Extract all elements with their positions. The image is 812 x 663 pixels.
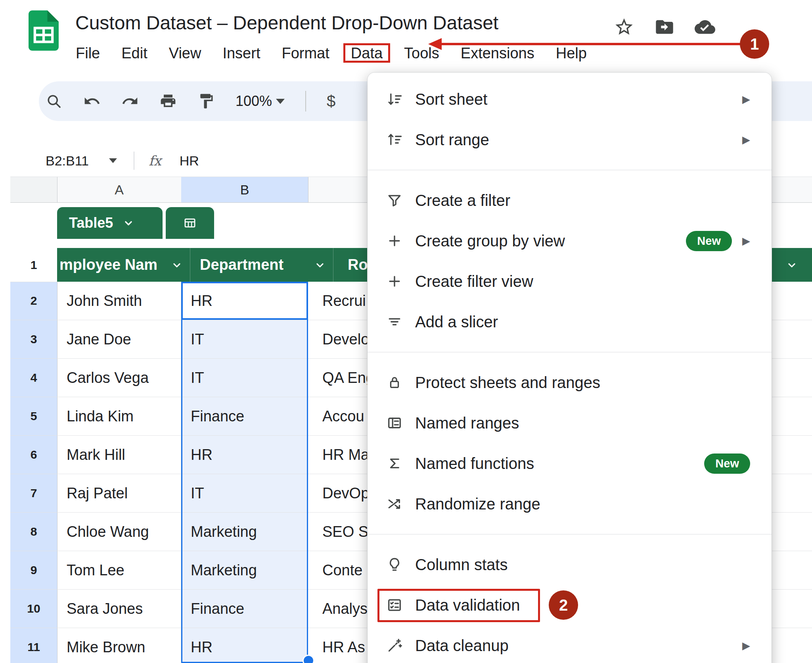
menu-item-label: Data cleanup [415,637,509,655]
menu-data-label: Data [351,45,383,61]
formula-input[interactable]: HR [180,153,199,169]
currency-format-button[interactable]: $ [327,92,335,110]
row-header[interactable]: 6 [10,436,57,474]
cell-department[interactable]: Marketing [181,513,308,551]
menu-item-named-ranges[interactable]: Named ranges [368,403,772,443]
row-header[interactable]: 4 [10,359,57,397]
menu-item-protect-sheets-and-ranges[interactable]: Protect sheets and ranges [368,362,772,403]
slicer-icon [386,313,403,331]
table-header-label: Department [200,256,283,273]
column-header-a[interactable]: A [57,177,182,202]
redo-icon[interactable] [121,92,139,110]
menu-view[interactable]: View [158,45,212,62]
cell-employee-name[interactable]: Linda Kim [57,397,181,435]
cell-employee-name[interactable]: Sara Jones [57,590,181,628]
fx-icon: fx [149,153,161,169]
menu-divider [368,534,772,534]
sigma-icon [386,455,403,472]
cell-employee-name[interactable]: Raj Patel [57,474,181,512]
select-all-corner[interactable] [10,177,57,202]
table-header-employee-name[interactable]: mployee Nam [57,248,190,282]
menu-item-create-filter-view[interactable]: Create filter view [368,261,772,302]
cell-employee-name[interactable]: Carlos Vega [57,359,181,397]
row-header[interactable]: 7 [10,474,57,512]
search-icon[interactable] [45,92,63,110]
print-icon[interactable] [159,92,177,110]
move-folder-icon[interactable] [654,17,675,37]
menu-item-label: Create a filter [415,192,510,209]
chevron-down-icon[interactable] [313,258,327,272]
column-header-b[interactable]: B [181,177,308,202]
menu-item-create-group-by-view[interactable]: Create group by view New ▶ [368,221,772,261]
row-header[interactable]: 3 [10,320,57,358]
table-name-tab[interactable]: Table5 [57,207,163,239]
menu-edit[interactable]: Edit [111,45,158,62]
chevron-down-icon[interactable] [170,258,184,272]
menu-format[interactable]: Format [271,45,340,62]
menu-item-data-cleanup[interactable]: Data cleanup ▶ [368,625,772,663]
menu-extensions[interactable]: Extensions [450,45,545,62]
menu-item-create-a-filter[interactable]: Create a filter [368,180,772,221]
row-header[interactable]: 10 [10,590,57,628]
annotation-arrowhead [428,38,442,50]
cell-department[interactable]: Finance [181,590,308,628]
cell-department[interactable]: IT [181,359,308,397]
name-box[interactable]: B2:B11 [46,153,97,169]
row-header[interactable]: 5 [10,397,57,435]
undo-icon[interactable] [83,92,101,110]
google-sheets-window: Custom Dataset – Dependent Drop-Down Dat… [0,0,812,663]
menu-item-label: Column stats [415,556,508,574]
menu-item-label: Create filter view [415,273,533,290]
chevron-down-icon[interactable] [109,158,117,163]
cell-department[interactable]: HR [181,628,308,663]
row-header[interactable]: 8 [10,513,57,551]
zoom-control[interactable]: 100% [236,93,285,110]
cell-department[interactable]: IT [181,474,308,512]
star-icon[interactable] [614,17,634,37]
menu-item-sort-sheet[interactable]: Sort sheet ▶ [368,79,772,119]
submenu-arrow-icon: ▶ [742,236,750,246]
cell-employee-name[interactable]: Mike Brown [57,628,181,663]
lightbulb-icon [386,556,403,573]
cell-department[interactable]: HR [181,436,308,474]
menu-help[interactable]: Help [545,45,598,62]
row-header-1[interactable]: 1 [10,248,57,282]
cell-department[interactable]: HR [181,282,308,320]
cell-employee-name[interactable]: Mark Hill [57,436,181,474]
cell-department[interactable]: Finance [181,397,308,435]
menu-divider [368,170,772,170]
zoom-value: 100% [236,93,272,110]
cell-employee-name[interactable]: Jane Doe [57,320,181,358]
cell-employee-name[interactable]: Tom Lee [57,551,181,589]
new-badge: New [686,231,732,251]
table-header-department[interactable]: Department [190,248,333,282]
cloud-saved-icon[interactable] [695,17,715,37]
menu-item-named-functions[interactable]: Named functions New [368,443,772,484]
menu-file[interactable]: File [65,45,111,62]
cell-department[interactable]: Marketing [181,551,308,589]
row-header[interactable]: 2 [10,282,57,320]
document-title[interactable]: Custom Dataset – Dependent Drop-Down Dat… [75,12,498,34]
cell-employee-name[interactable]: John Smith [57,282,181,320]
chevron-down-icon[interactable] [785,258,799,272]
sheets-logo-icon[interactable] [29,10,59,51]
menu-item-add-a-slicer[interactable]: Add a slicer [368,302,772,342]
cell-department[interactable]: IT [181,320,308,358]
cell-employee-name[interactable]: Chloe Wang [57,513,181,551]
paint-format-icon[interactable] [197,92,215,110]
toolbar-divider [305,91,306,111]
menu-item-label: Protect sheets and ranges [415,374,600,392]
row-header[interactable]: 11 [10,628,57,663]
table-grid-tab[interactable] [166,207,214,239]
menu-item-label: Named ranges [415,414,519,432]
row-header[interactable]: 9 [10,551,57,589]
table-header-label: mployee Nam [59,256,157,273]
data-cleanup-icon [386,637,403,654]
formula-bar-divider [134,152,134,170]
table-icon [183,216,197,230]
menu-item-randomize-range[interactable]: Randomize range [368,484,772,524]
menu-item-sort-range[interactable]: Sort range ▶ [368,119,772,160]
menu-item-column-stats[interactable]: Column stats [368,544,772,585]
menu-data[interactable]: Data [340,45,393,62]
menu-insert[interactable]: Insert [212,45,271,62]
